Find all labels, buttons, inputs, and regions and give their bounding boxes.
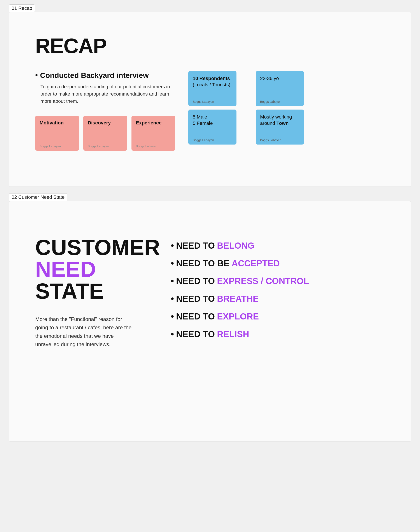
cns-title: CUSTOMER NEED STATE — [35, 236, 153, 302]
need-highlight-explore: EXPLORE — [217, 311, 259, 321]
blue-card-gender: 5 Male5 Female Boggs Labayen — [188, 110, 237, 145]
blue-card-age-author: Boggs Labayen — [260, 100, 281, 103]
need-prefix-breathe: NEED TO — [176, 294, 215, 304]
pink-cards-row: Motivation Boggs Labayen Discovery Boggs… — [35, 116, 175, 151]
cns-title-customer: CUSTOMER — [35, 236, 153, 258]
pink-card-discovery: Discovery Boggs Labayen — [83, 116, 127, 151]
recap-right: 10 Respondents(Locals / Tourists) Boggs … — [188, 71, 320, 145]
pink-card-experience: Experience Boggs Labayen — [132, 116, 175, 151]
need-item-belong: NEED TO BELONG — [171, 241, 385, 251]
blue-card-respondents-author: Boggs Labayen — [193, 100, 214, 103]
pink-card-discovery-label: Discovery — [88, 120, 111, 126]
recap-title: RECAP — [35, 34, 385, 58]
cns-left: CUSTOMER NEED STATE More than the "Funct… — [35, 236, 153, 349]
slide-1: RECAP Conducted Backyard interview To ga… — [9, 12, 411, 187]
need-prefix-accepted: NEED TO BE — [176, 258, 229, 268]
cns-title-state-text: STATE — [35, 279, 104, 303]
blue-card-age: 22-36 yo Boggs Labayen — [256, 71, 304, 106]
need-item-explore: NEED TO EXPLORE — [171, 311, 385, 321]
slide-2-tab: 02 Customer Need State — [9, 193, 67, 201]
recap-bullet-heading: Conducted Backyard interview — [35, 71, 175, 80]
blue-card-location-author: Boggs Labayen — [260, 138, 281, 142]
pink-card-motivation-author: Boggs Labayen — [40, 145, 61, 148]
need-highlight-relish: RELISH — [217, 329, 249, 339]
pink-card-experience-author: Boggs Labayen — [136, 145, 157, 148]
need-item-accepted: NEED TO BE ACCEPTED — [171, 258, 385, 268]
need-highlight-express: EXPRESS / CONTROL — [217, 276, 309, 286]
need-list: NEED TO BELONG NEED TO BE ACCEPTED NEED … — [171, 241, 385, 339]
pink-card-motivation-label: Motivation — [40, 120, 64, 126]
need-prefix-express: NEED TO — [176, 276, 215, 286]
pink-card-motivation: Motivation Boggs Labayen — [35, 116, 79, 151]
cns-title-need-state: NEED STATE — [35, 258, 153, 302]
recap-content: Conducted Backyard interview To gain a d… — [35, 71, 385, 151]
slide-2-inner: CUSTOMER NEED STATE More than the "Funct… — [35, 223, 385, 349]
blue-card-gender-author: Boggs Labayen — [193, 138, 214, 142]
blue-card-respondents: 10 Respondents(Locals / Tourists) Boggs … — [188, 71, 237, 106]
cns-title-need: NEED — [35, 257, 96, 281]
need-prefix-relish: NEED TO — [176, 329, 215, 339]
recap-left: Conducted Backyard interview To gain a d… — [35, 71, 175, 151]
blue-card-location-label: Mostly working around Town — [260, 114, 292, 126]
need-highlight-belong: BELONG — [217, 241, 255, 251]
need-item-breathe: NEED TO BREATHE — [171, 294, 385, 304]
blue-card-location: Mostly working around Town Boggs Labayen — [256, 110, 304, 145]
blue-card-respondents-label: 10 Respondents(Locals / Tourists) — [193, 76, 230, 88]
blue-card-age-label: 22-36 yo — [260, 76, 279, 81]
need-prefix-explore: NEED TO — [176, 311, 215, 321]
pink-card-discovery-author: Boggs Labayen — [88, 145, 109, 148]
need-prefix-belong: NEED TO — [176, 241, 215, 251]
need-item-express: NEED TO EXPRESS / CONTROL — [171, 276, 385, 286]
slide-2: CUSTOMER NEED STATE More than the "Funct… — [9, 201, 411, 442]
page-wrapper: 01 Recap RECAP Conducted Backyard interv… — [0, 0, 420, 446]
need-item-relish: NEED TO RELISH — [171, 329, 385, 339]
blue-card-gender-label: 5 Male5 Female — [193, 114, 213, 126]
cns-subtitle: More than the "Functional" reason for go… — [35, 315, 136, 349]
need-highlight-breathe: BREATHE — [217, 294, 258, 304]
pink-card-experience-label: Experience — [136, 120, 162, 126]
slide-1-tab: 01 Recap — [9, 4, 35, 12]
need-highlight-accepted: ACCEPTED — [232, 258, 280, 268]
cns-right: NEED TO BELONG NEED TO BE ACCEPTED NEED … — [171, 236, 385, 347]
blue-cards-grid: 10 Respondents(Locals / Tourists) Boggs … — [188, 71, 320, 145]
recap-bullet-body: To gain a deeper understanding of our po… — [41, 83, 175, 105]
